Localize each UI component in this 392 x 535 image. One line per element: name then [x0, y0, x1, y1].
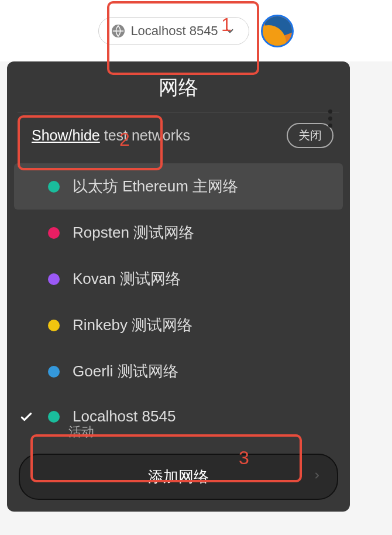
- network-item[interactable]: Localhost 8545: [7, 395, 350, 438]
- network-list: 以太坊 Ethereum 主网络Ropsten 测试网络Kovan 测试网络Ri…: [7, 159, 350, 443]
- network-item-label: Rinkeby 测试网络: [73, 315, 192, 335]
- network-item[interactable]: Rinkeby 测试网络: [7, 302, 350, 348]
- network-item[interactable]: 以太坊 Ethereum 主网络: [14, 163, 343, 210]
- network-item[interactable]: Ropsten 测试网络: [7, 210, 350, 256]
- check-icon: [19, 409, 34, 424]
- show-hide-test-networks-link[interactable]: Show/hide test networks: [32, 127, 190, 144]
- network-color-dot: [48, 411, 60, 423]
- network-color-dot: [48, 181, 60, 193]
- network-item[interactable]: Goerli 测试网络: [7, 348, 350, 395]
- network-color-dot: [48, 273, 60, 285]
- network-color-dot: [48, 320, 60, 331]
- network-selector-dropdown[interactable]: Localhost 8545: [98, 17, 249, 45]
- modal-title: 网络: [7, 61, 350, 112]
- add-network-button[interactable]: 添加网络: [19, 454, 338, 500]
- network-selector-label: Localhost 8545: [130, 23, 218, 39]
- network-item-label: 以太坊 Ethereum 主网络: [73, 176, 238, 197]
- more-vertical-icon[interactable]: [328, 109, 332, 128]
- network-item-label: Kovan 测试网络: [73, 269, 181, 289]
- globe-icon: [112, 25, 125, 37]
- network-item-label: Goerli 测试网络: [73, 361, 178, 382]
- network-color-dot: [48, 227, 60, 239]
- chevron-down-icon: [224, 25, 236, 37]
- network-item-label: Ropsten 测试网络: [73, 222, 194, 243]
- close-button[interactable]: 关闭: [287, 123, 333, 148]
- network-color-dot: [48, 366, 60, 378]
- network-item[interactable]: Kovan 测试网络: [7, 256, 350, 302]
- activity-label: 活动: [68, 423, 94, 441]
- network-modal: 网络 Show/hide test networks 关闭 以太坊 Ethere…: [7, 61, 350, 512]
- add-network-label: 添加网络: [148, 468, 209, 485]
- account-avatar[interactable]: [261, 15, 294, 47]
- chevron-right-icon: [312, 468, 322, 486]
